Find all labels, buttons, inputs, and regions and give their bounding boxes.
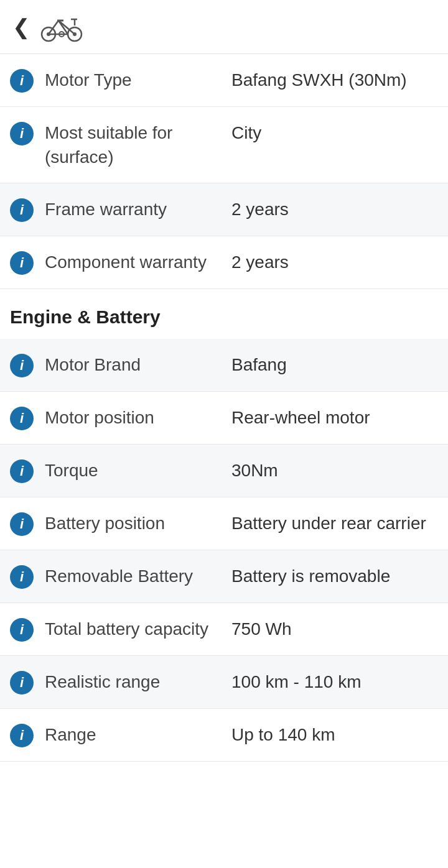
spec-value-frame-warranty: 2 years	[231, 197, 438, 221]
spec-row-motor-type: iMotor TypeBafang SWXH (30Nm)	[0, 54, 448, 107]
spec-row-component-warranty: iComponent warranty2 years	[0, 236, 448, 289]
info-icon-removable-battery[interactable]: i	[10, 565, 34, 589]
info-icon-battery-position[interactable]: i	[10, 512, 34, 536]
spec-label-suitable-surface: Most suitable for (surface)	[45, 121, 231, 169]
spec-label-battery-position: Battery position	[45, 511, 231, 535]
spec-row-total-battery-capacity: iTotal battery capacity750 Wh	[0, 603, 448, 656]
info-icon-motor-type[interactable]: i	[10, 69, 34, 93]
spec-label-total-battery-capacity: Total battery capacity	[45, 617, 231, 641]
header-bike-icon	[40, 11, 83, 42]
spec-value-suitable-surface: City	[231, 121, 438, 145]
spec-value-motor-type: Bafang SWXH (30Nm)	[231, 68, 438, 92]
spec-row-range: iRangeUp to 140 km	[0, 709, 448, 762]
spec-value-battery-position: Battery under rear carrier	[231, 511, 438, 535]
section-header-engine-battery: Engine & Battery	[0, 289, 448, 339]
spec-label-motor-type: Motor Type	[45, 68, 231, 92]
info-icon-realistic-range[interactable]: i	[10, 671, 34, 695]
spec-row-torque: iTorque30Nm	[0, 445, 448, 497]
info-icon-frame-warranty[interactable]: i	[10, 198, 34, 222]
spec-row-battery-position: iBattery positionBattery under rear carr…	[0, 497, 448, 550]
spec-label-component-warranty: Component warranty	[45, 250, 231, 274]
spec-row-realistic-range: iRealistic range100 km - 110 km	[0, 656, 448, 709]
info-icon-torque[interactable]: i	[10, 459, 34, 483]
spec-row-frame-warranty: iFrame warranty2 years	[0, 183, 448, 236]
spec-value-total-battery-capacity: 750 Wh	[231, 617, 438, 641]
spec-value-motor-brand: Bafang	[231, 353, 438, 377]
spec-label-motor-brand: Motor Brand	[45, 353, 231, 377]
spec-label-frame-warranty: Frame warranty	[45, 197, 231, 221]
info-icon-total-battery-capacity[interactable]: i	[10, 618, 34, 642]
spec-value-motor-position: Rear-wheel motor	[231, 405, 438, 430]
spec-label-removable-battery: Removable Battery	[45, 564, 231, 588]
info-icon-suitable-surface[interactable]: i	[10, 122, 34, 145]
back-button[interactable]: ❮	[12, 16, 30, 37]
spec-label-range: Range	[45, 723, 231, 747]
info-icon-motor-brand[interactable]: i	[10, 354, 34, 377]
info-icon-component-warranty[interactable]: i	[10, 251, 34, 275]
info-icon-range[interactable]: i	[10, 724, 34, 747]
spec-value-realistic-range: 100 km - 110 km	[231, 670, 438, 694]
spec-label-torque: Torque	[45, 458, 231, 482]
spec-label-realistic-range: Realistic range	[45, 670, 231, 694]
spec-row-motor-brand: iMotor BrandBafang	[0, 339, 448, 392]
spec-value-removable-battery: Battery is removable	[231, 564, 438, 588]
spec-row-removable-battery: iRemovable BatteryBattery is removable	[0, 550, 448, 603]
section-title-engine-battery: Engine & Battery	[10, 307, 438, 328]
spec-value-component-warranty: 2 years	[231, 250, 438, 274]
spec-table: iMotor TypeBafang SWXH (30Nm)iMost suita…	[0, 54, 448, 762]
spec-row-suitable-surface: iMost suitable for (surface)City	[0, 107, 448, 183]
spec-value-range: Up to 140 km	[231, 723, 438, 747]
spec-label-motor-position: Motor position	[45, 405, 231, 430]
header: ❮	[0, 0, 448, 54]
info-icon-motor-position[interactable]: i	[10, 407, 34, 430]
spec-value-torque: 30Nm	[231, 458, 438, 482]
spec-row-motor-position: iMotor positionRear-wheel motor	[0, 392, 448, 445]
